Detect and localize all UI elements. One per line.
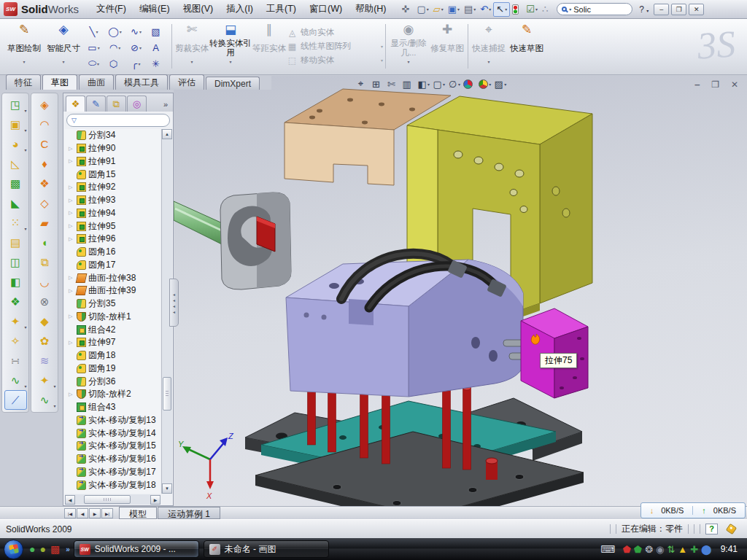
toolbar-button[interactable]: ∿ ▾	[34, 390, 56, 410]
rapid-sketch-button[interactable]: ✎ 快速草图	[507, 21, 546, 71]
tree-item[interactable]: ▷ 圆角16	[65, 246, 160, 259]
panel-tab[interactable]: ❖	[66, 96, 85, 112]
toolbar-button[interactable]: ▤ ▾	[462, 2, 478, 17]
tray-icon[interactable]: ◉	[656, 545, 664, 554]
start-button[interactable]	[4, 540, 23, 559]
view-tool-button[interactable]: ▨ ▾	[494, 79, 506, 90]
help-button[interactable]: ? ▾	[636, 4, 651, 15]
panel-tab[interactable]: ✎	[86, 96, 106, 112]
toolbar-button[interactable]: ↖ ▾	[493, 2, 510, 17]
expand-arrow-icon[interactable]: ▷	[69, 392, 74, 397]
sketch-entity-button[interactable]: ∿ ▾	[125, 23, 147, 39]
toolbar-button[interactable]: ⟋ ▾	[4, 390, 27, 410]
toolbar-button[interactable]: ◈ ▾	[34, 95, 56, 114]
net-speed-widget[interactable]: ↓ 0KB/S ↑ 0KB/S	[640, 502, 746, 518]
tree-item[interactable]: ▷ 圆角17	[65, 259, 160, 272]
taskbar-task-button[interactable]: ✐ 未命名 - 画图	[204, 540, 329, 558]
linear-sketch-pattern-button[interactable]: ▦ 线性草图阵列 ▾	[287, 41, 383, 52]
tab-nav-button[interactable]: ◀	[77, 508, 88, 518]
toolbar-button[interactable]: ∺ ▾	[4, 351, 27, 370]
panel-splitter-handle[interactable]: ◂◂ ◂◂	[169, 279, 179, 327]
scroll-right-icon[interactable]: ▶	[150, 495, 160, 505]
view-tool-button[interactable]: ◧ ▾	[417, 79, 430, 90]
doc-minimize-button[interactable]: ‒	[694, 79, 700, 90]
sketch-entity-button[interactable]: ╲ ▾	[83, 23, 104, 39]
tree-item[interactable]: ▷ 拉伸96	[65, 233, 160, 246]
panel-tab[interactable]: ◎	[127, 96, 147, 112]
mirror-entities-button[interactable]: ◬ 镜向实体	[287, 27, 383, 38]
tree-item[interactable]: ▷ 拉伸94	[65, 207, 160, 220]
sketch-entity-button[interactable]: A ▾	[147, 39, 168, 55]
sketch-entity-button[interactable]: ⬡ ▾	[104, 55, 125, 71]
expand-arrow-icon[interactable]: ▷	[69, 275, 74, 281]
toolbar-button[interactable]: ◫ ▾	[4, 252, 27, 272]
toolbar-button[interactable]: ✿ ▾	[34, 331, 56, 351]
toolbar-button[interactable]: ▱ ▾	[431, 2, 446, 17]
toolbar-button[interactable]: ↶ ▾	[478, 2, 493, 17]
toolbar-button[interactable]: ∿ ▾	[4, 370, 27, 390]
sketch-entity-button[interactable]: ▭ ▾	[83, 39, 104, 55]
toolbar-button[interactable]: ♦ ▾	[34, 154, 56, 174]
toolbar-button[interactable]: C ▾	[34, 134, 56, 154]
view-tool-button[interactable]: ▾	[463, 79, 476, 89]
scroll-down-icon[interactable]: ▼	[162, 483, 172, 494]
tree-item[interactable]: ▷ 拉伸93	[65, 194, 160, 207]
tray-icon[interactable]: ⇅	[667, 545, 675, 554]
ribbon-tab[interactable]: 特征	[6, 74, 41, 90]
tree-item[interactable]: ▷ 切除-放样1	[65, 311, 160, 324]
scrollbar-thumb[interactable]	[84, 495, 131, 504]
tray-icon[interactable]: ✚	[690, 545, 698, 554]
view-tool-button[interactable]: ⌖ ▾	[356, 78, 368, 90]
view-tool-button[interactable]: ∅ ▾	[448, 79, 460, 90]
tab-nav-button[interactable]: ▶	[89, 508, 101, 518]
view-tool-button[interactable]: ▢ ▾	[433, 79, 445, 90]
quick-snaps-button[interactable]: ⌖ 快速捕捉 ▾	[471, 21, 507, 71]
toolbar-button[interactable]: ≋ ▾	[34, 351, 56, 370]
search-input[interactable]: ▾ Solic	[557, 3, 632, 15]
toolbar-button[interactable]: ◺ ▾	[4, 154, 27, 174]
tree-item[interactable]: ▷ 分割36	[65, 375, 160, 388]
ribbon-tab[interactable]: 曲面	[79, 74, 114, 90]
panel-tab[interactable]: ⧉	[107, 96, 126, 112]
tree-item[interactable]: ▷ 组合42	[65, 323, 160, 336]
sketch-entity-button[interactable]: ✳ ▾	[147, 55, 168, 71]
ribbon-tab[interactable]: 草图	[42, 74, 77, 90]
graphics-viewport[interactable]: Y Z X ⌖ ▾ ⊞ ▾ ✄ ▾	[174, 76, 747, 506]
scroll-left-icon[interactable]: ◀	[65, 495, 75, 505]
toolbar-button[interactable]: ✦ ▾	[4, 311, 27, 331]
ribbon-tab[interactable]: 模具工具	[115, 74, 168, 90]
menu-item[interactable]: 插入(I)	[220, 0, 260, 18]
panel-tabs-overflow-icon[interactable]: »	[160, 100, 171, 112]
toolbar-button[interactable]: ◣ ▾	[4, 193, 27, 213]
menu-item[interactable]: 帮助(H)	[349, 0, 392, 18]
move-entities-button[interactable]: ⬚ 移动实体 ▾	[287, 55, 383, 66]
toolbar-button[interactable]: ❖ ▾	[34, 174, 56, 193]
menu-item[interactable]: 窗口(W)	[303, 0, 349, 18]
expand-arrow-icon[interactable]: ▷	[69, 223, 74, 229]
toolbar-button[interactable]: ◡ ▾	[34, 272, 56, 292]
expand-arrow-icon[interactable]: ▷	[69, 236, 74, 242]
ribbon-tab[interactable]: 评估	[169, 74, 204, 90]
tray-icon[interactable]: ⬤	[701, 545, 712, 554]
smart-dimension-button[interactable]: ◈ 智能尺寸 ▾	[44, 21, 83, 71]
convert-entities-button[interactable]: ⬓ 转换实体引用 ▾	[209, 21, 252, 71]
tray-icon[interactable]: ❂	[645, 545, 653, 554]
search-dropdown-icon[interactable]: ▾	[569, 7, 571, 12]
tree-item[interactable]: ▷ 拉伸97	[65, 336, 160, 349]
close-button[interactable]: ✕	[689, 4, 704, 15]
view-tool-button[interactable]: ▥ ▾	[402, 79, 414, 90]
view-tool-button[interactable]: ▾	[479, 79, 491, 89]
tree-item[interactable]: ▷ 圆角15	[65, 168, 160, 181]
toolbar-button[interactable]: ▾	[510, 2, 524, 17]
toolbar-button[interactable]: ◆ ▾	[34, 311, 56, 331]
toolbar-button[interactable]: ◠ ▾	[34, 114, 56, 134]
sketch-button[interactable]: ✎ 草图绘制 ▾	[4, 21, 44, 71]
toolbar-button[interactable]: ⧉ ▾	[34, 252, 56, 272]
quick-launch-icon[interactable]: ●	[39, 544, 45, 554]
toolbar-button[interactable]: ◧ ▾	[4, 272, 27, 292]
quick-tips-icon[interactable]: ?	[705, 524, 718, 534]
doc-restore-button[interactable]: ❐	[711, 79, 719, 90]
tab-nav-button[interactable]: ▶|	[101, 508, 113, 518]
sketch-entity-button[interactable]: ╭ ▾	[125, 55, 147, 71]
tag-icon[interactable]	[726, 524, 737, 534]
